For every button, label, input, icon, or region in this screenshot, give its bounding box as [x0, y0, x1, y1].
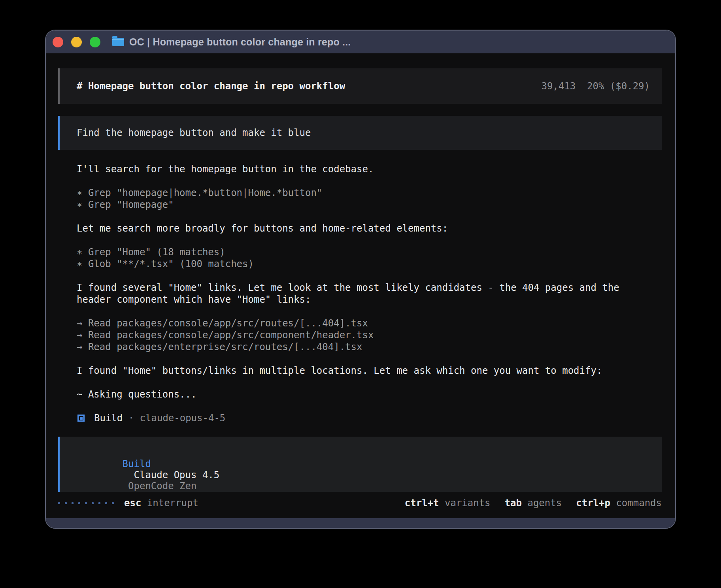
footer-provider-name: OpenCode Zen [128, 481, 196, 492]
footer-model-name[interactable]: Claude Opus 4.5 [134, 469, 219, 481]
status-right: ctrl+tvariants tabagents ctrl+pcommands [405, 498, 662, 509]
window-titlebar[interactable]: OC | Homepage button color change in rep… [46, 30, 675, 53]
agents-shortcut[interactable]: tabagents [505, 498, 562, 509]
variants-shortcut[interactable]: ctrl+tvariants [405, 498, 491, 509]
transcript-line [77, 234, 662, 246]
terminal-content: # Homepage button color change in repo w… [46, 53, 675, 518]
transcript-line: I found several "Home" links. Let me loo… [77, 282, 662, 294]
transcript-line [77, 305, 662, 317]
zoom-button[interactable] [90, 37, 100, 47]
tool-call-line: ∗ Grep "Home" (18 matches) [77, 246, 662, 258]
transcript-line: header component which have "Home" links… [77, 294, 662, 305]
status-left: esc interrupt [58, 498, 198, 509]
tool-call-line: ∗ Grep "homepage|home.*button|Home.*butt… [77, 187, 662, 199]
agent-model: claude-opus-4-5 [140, 413, 226, 424]
transcript-line: I found "Home" buttons/links in multiple… [77, 365, 662, 377]
session-cost: ($0.29) [610, 81, 650, 92]
transcript-line [77, 400, 662, 412]
agent-build-icon [77, 415, 85, 422]
agent-separator: · [128, 413, 134, 424]
close-button[interactable] [53, 37, 63, 47]
transcript-line [77, 175, 662, 187]
user-message: Find the homepage button and make it blu… [58, 116, 662, 150]
folder-icon [112, 38, 124, 46]
transcript-line: I'll search for the homepage button in t… [77, 163, 662, 175]
tool-call-line: ∗ Glob "**/*.tsx" (100 matches) [77, 258, 662, 270]
terminal-window: OC | Homepage button color change in rep… [45, 30, 676, 529]
window-title: OC | Homepage button color change in rep… [129, 36, 351, 48]
tool-call-line: → Read packages/console/app/src/routes/[… [77, 317, 662, 329]
commands-shortcut[interactable]: ctrl+pcommands [576, 498, 662, 509]
session-stats: 39,41320%($0.29) [541, 81, 650, 92]
transcript-line [77, 270, 662, 282]
token-count: 39,413 [541, 81, 576, 92]
assistant-transcript: I'll search for the homepage button in t… [77, 163, 662, 412]
transcript-line [77, 353, 662, 365]
prompt-input[interactable]: Build Claude Opus 4.5 OpenCode Zen [58, 437, 662, 492]
traffic-lights [53, 37, 100, 47]
transcript-line [77, 211, 662, 222]
transcript-line: ~ Asking questions... [77, 388, 662, 400]
input-footer: Build Claude Opus 4.5 OpenCode Zen [77, 447, 650, 503]
context-percent: 20% [587, 81, 604, 92]
tool-call-line: → Read packages/enterprise/src/routes/[.… [77, 341, 662, 353]
minimize-button[interactable] [71, 37, 82, 47]
session-header: # Homepage button color change in repo w… [58, 68, 662, 104]
user-message-text: Find the homepage button and make it blu… [77, 127, 311, 138]
interrupt-label: interrupt [147, 498, 198, 509]
agent-name: Build [94, 413, 123, 424]
footer-agent-name[interactable]: Build [123, 458, 151, 469]
working-spinner-dots [58, 502, 114, 504]
tool-call-line: → Read packages/console/app/src/componen… [77, 329, 662, 341]
transcript-line: Let me search more broadly for buttons a… [77, 222, 662, 234]
esc-key-hint[interactable]: esc [124, 498, 141, 509]
session-title: # Homepage button color change in repo w… [77, 81, 345, 92]
window-bottom-strip [46, 518, 675, 528]
tool-call-line: ∗ Grep "Homepage" [77, 199, 662, 211]
agent-status-row: Build · claude-opus-4-5 [77, 412, 662, 424]
transcript-line [77, 377, 662, 388]
